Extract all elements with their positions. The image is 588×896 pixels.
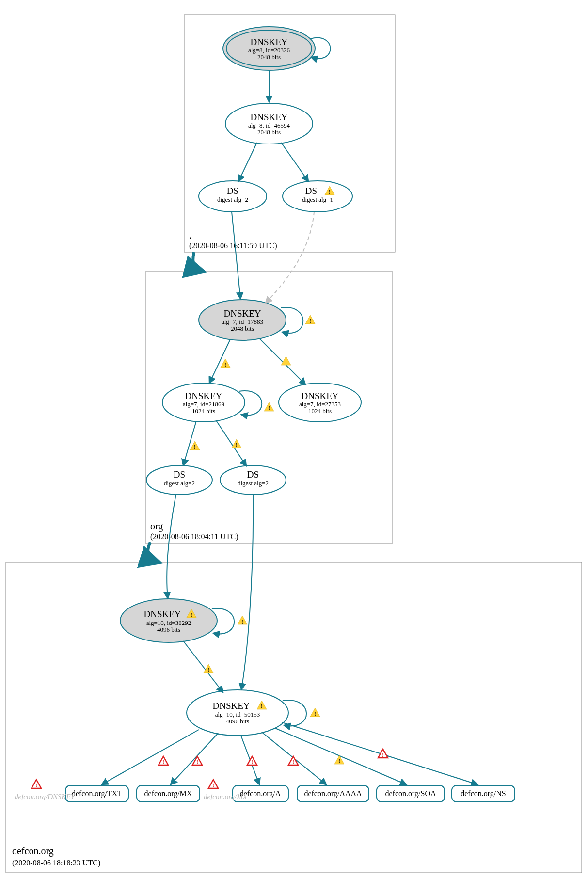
- svg-text:alg=8, id=20326: alg=8, id=20326: [248, 47, 290, 54]
- warn-icon: [281, 356, 291, 366]
- node-org-zsk2: DNSKEY alg=7, id=27353 1024 bits: [279, 383, 361, 422]
- svg-text:2048 bits: 2048 bits: [257, 53, 281, 61]
- warn-icon: [190, 441, 200, 450]
- svg-text:digest alg=2: digest alg=2: [164, 480, 195, 487]
- svg-text:2048 bits: 2048 bits: [231, 325, 254, 332]
- svg-text:1024 bits: 1024 bits: [308, 407, 332, 415]
- zone-org-time: (2020-08-06 18:04:11 UTC): [150, 532, 238, 541]
- svg-text:DNSKEY: DNSKEY: [250, 112, 287, 122]
- svg-text:DNSKEY: DNSKEY: [301, 391, 338, 401]
- error-icon: [32, 780, 41, 789]
- edge-org-to-defcon-zone: [148, 542, 159, 562]
- error-icon: [192, 756, 202, 766]
- edge-ds1-orgksk: [232, 212, 240, 299]
- node-org-ksk: DNSKEY alg=7, id=17883 2048 bits: [199, 300, 286, 340]
- edge-rootzsk-ds1: [238, 143, 257, 181]
- zone-org-name: org: [150, 521, 163, 532]
- svg-text:alg=7, id=17883: alg=7, id=17883: [222, 318, 263, 325]
- node-org-zsk1: DNSKEY alg=7, id=21869 1024 bits: [162, 383, 245, 422]
- svg-text:DNSKEY: DNSKEY: [250, 37, 287, 47]
- svg-text:DS: DS: [305, 186, 317, 196]
- svg-text:alg=7, id=21869: alg=7, id=21869: [183, 400, 224, 408]
- faded-mx: defcon.org/MX: [204, 793, 248, 800]
- svg-text:defcon.org/MX: defcon.org/MX: [144, 789, 192, 798]
- rr-ns: defcon.org/NS: [452, 785, 515, 802]
- edge-zsk-mx: [171, 733, 218, 784]
- svg-text:defcon.org/SOA: defcon.org/SOA: [385, 789, 436, 798]
- node-defcon-zsk: DNSKEY alg=10, id=50153 4096 bits: [187, 690, 288, 736]
- svg-text:4096 bits: 4096 bits: [226, 718, 249, 725]
- node-root-zsk: DNSKEY alg=8, id=46594 2048 bits: [225, 103, 313, 144]
- zone-defcon-time: (2020-08-06 18:18:23 UTC): [12, 859, 100, 867]
- edge-ds1-dcksk: [167, 495, 176, 598]
- edge-ds2-orgksk: [266, 212, 314, 303]
- svg-text:digest alg=2: digest alg=2: [238, 480, 269, 487]
- svg-text:2048 bits: 2048 bits: [257, 128, 281, 136]
- rr-mx: defcon.org/MX: [137, 785, 200, 802]
- svg-text:DNSKEY: DNSKEY: [212, 701, 250, 711]
- svg-text:DS: DS: [227, 186, 238, 196]
- zone-defcon-box: [6, 562, 582, 873]
- svg-text:alg=10, id=50153: alg=10, id=50153: [215, 711, 260, 718]
- svg-text:1024 bits: 1024 bits: [192, 407, 215, 415]
- faded-dnskey: defcon.org/DNSKEY: [15, 793, 76, 800]
- svg-text:DS: DS: [247, 469, 259, 480]
- svg-text:DNSKEY: DNSKEY: [143, 609, 181, 619]
- svg-text:defcon.org/AAAA: defcon.org/AAAA: [304, 789, 362, 798]
- edge-orgksk-zsk2: [259, 338, 305, 384]
- edge-dcksk-dczsk: [183, 641, 223, 692]
- svg-text:defcon.org/TXT: defcon.org/TXT: [72, 789, 122, 798]
- zone-defcon-name: defcon.org: [12, 846, 54, 857]
- warn-icon: [305, 315, 315, 324]
- warn-icon: [232, 439, 241, 448]
- warn-icon: [238, 616, 247, 625]
- svg-text:DS: DS: [174, 469, 185, 480]
- zone-root-time: (2020-08-06 16:11:59 UTC): [189, 241, 277, 250]
- edge-zsk-ns: [282, 722, 477, 784]
- svg-text:4096 bits: 4096 bits: [157, 626, 180, 633]
- svg-text:DNSKEY: DNSKEY: [185, 391, 222, 401]
- node-root-ds1: DS digest alg=2: [199, 181, 267, 212]
- dnssec-diagram: ! ! . (2020-08-06 16:11:59 UTC) DNSKEY a…: [0, 0, 588, 896]
- error-icon: [208, 780, 218, 789]
- rr-soa: defcon.org/SOA: [377, 785, 445, 802]
- svg-text:alg=10, id=38292: alg=10, id=38292: [146, 619, 191, 626]
- node-org-ds2: DS digest alg=2: [220, 465, 286, 495]
- edge-root-to-org-zone: [193, 252, 204, 272]
- node-root-ds2: DS digest alg=1: [283, 181, 352, 212]
- node-root-ksk: DNSKEY alg=8, id=20326 2048 bits: [223, 27, 315, 70]
- warn-icon: [264, 402, 274, 412]
- warn-icon: [310, 708, 320, 717]
- edge-rootzsk-ds2: [281, 143, 308, 181]
- node-org-ds1: DS digest alg=2: [146, 465, 212, 495]
- error-icon: [159, 756, 168, 766]
- edge-ds2-dczsk: [241, 495, 253, 689]
- svg-text:alg=7, id=27353: alg=7, id=27353: [299, 400, 341, 408]
- svg-text:defcon.org/NS: defcon.org/NS: [461, 789, 506, 798]
- error-icon: [247, 756, 257, 766]
- edge-orgksk-zsk1: [209, 339, 230, 383]
- svg-text:digest alg=2: digest alg=2: [217, 196, 248, 203]
- edge-zsk-txt: [102, 730, 199, 784]
- svg-text:alg=8, id=46594: alg=8, id=46594: [248, 122, 290, 129]
- rr-txt: defcon.org/TXT: [65, 785, 128, 802]
- edge-zsk1-ds2: [216, 420, 246, 466]
- rr-aaaa: defcon.org/AAAA: [297, 785, 369, 802]
- svg-text:digest alg=1: digest alg=1: [302, 196, 333, 203]
- node-defcon-ksk: DNSKEY alg=10, id=38292 4096 bits: [120, 599, 217, 642]
- zone-root-name: .: [189, 230, 191, 240]
- svg-text:DNSKEY: DNSKEY: [223, 308, 261, 319]
- warn-icon: [221, 359, 230, 368]
